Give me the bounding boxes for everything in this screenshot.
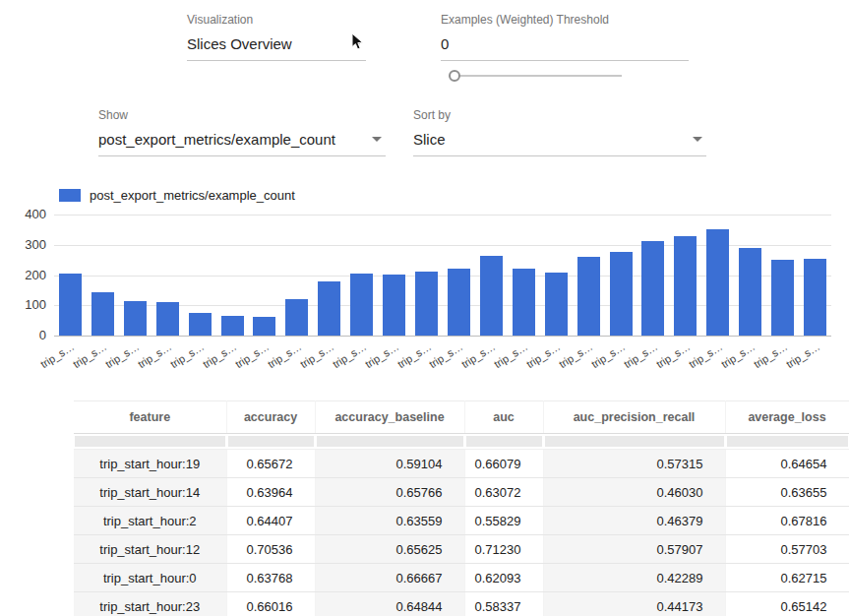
feature-cell: trip_start_hour:19 <box>74 450 226 478</box>
sort-by-label: Sort by <box>413 108 706 122</box>
gridline <box>54 336 831 337</box>
bar[interactable] <box>804 259 826 336</box>
column-header[interactable]: auc_precision_recall <box>543 401 725 434</box>
metric-cell: 0.65672 <box>226 450 315 478</box>
column-header[interactable]: feature <box>74 401 226 434</box>
feature-cell: trip_start_hour:14 <box>74 478 226 507</box>
threshold-input[interactable] <box>441 35 689 52</box>
slider-track[interactable] <box>454 75 622 77</box>
metric-cell: 0.46030 <box>543 478 725 507</box>
bar[interactable] <box>59 274 82 336</box>
filter-cell <box>74 434 226 450</box>
bar[interactable] <box>513 269 535 336</box>
bar[interactable] <box>771 260 794 336</box>
y-axis-label: 400 <box>7 207 46 221</box>
slider-thumb[interactable] <box>449 70 460 82</box>
table-row[interactable]: trip_start_hour:20.644070.635590.558290.… <box>74 507 849 535</box>
metric-cell: 0.57703 <box>725 535 849 564</box>
mouse-cursor <box>351 32 367 51</box>
bar[interactable] <box>641 241 664 336</box>
filter-box <box>75 436 225 447</box>
metric-cell: 0.71230 <box>464 535 543 564</box>
metric-cell: 0.63655 <box>725 478 849 507</box>
metric-cell: 0.42289 <box>543 564 725 592</box>
bar[interactable] <box>739 248 761 336</box>
bar[interactable] <box>124 301 147 336</box>
metric-cell: 0.63559 <box>315 507 464 535</box>
bar[interactable] <box>189 313 212 336</box>
filter-cell <box>543 434 725 450</box>
bar[interactable] <box>221 316 244 336</box>
visualization-dropdown[interactable]: Slices Overview <box>187 33 366 61</box>
bar[interactable] <box>350 274 373 336</box>
show-value: post_export_metrics/example_count <box>98 131 335 148</box>
metric-cell: 0.46379 <box>543 507 725 535</box>
table-row[interactable]: trip_start_hour:00.637680.666670.620930.… <box>74 564 849 592</box>
y-axis-label: 300 <box>7 237 46 252</box>
bar[interactable] <box>674 236 697 336</box>
bar[interactable] <box>318 281 340 336</box>
bar[interactable] <box>610 252 633 336</box>
show-dropdown[interactable]: post_export_metrics/example_count <box>98 129 386 156</box>
bar[interactable] <box>285 299 308 336</box>
metric-cell: 0.62715 <box>725 564 849 592</box>
bar[interactable] <box>91 292 114 336</box>
feature-cell: trip_start_hour:0 <box>74 564 226 592</box>
metric-cell: 0.62093 <box>464 564 543 592</box>
table-head: featureaccuracyaccuracy_baselineaucauc_p… <box>74 401 849 450</box>
filter-box <box>228 436 314 447</box>
metric-cell: 0.64844 <box>315 592 464 616</box>
feature-cell: trip_start_hour:23 <box>74 592 226 616</box>
filter-box <box>466 436 542 447</box>
metric-cell: 0.67816 <box>725 507 849 535</box>
visualization-value: Slices Overview <box>187 35 292 52</box>
y-axis-label: 100 <box>7 297 46 312</box>
column-header[interactable]: average_loss <box>725 401 849 434</box>
metrics-table: featureaccuracyaccuracy_baselineaucauc_p… <box>74 400 849 616</box>
column-header[interactable]: auc <box>464 401 543 434</box>
bar-chart-plot: 0100200300400trip_s…trip_s…trip_s…trip_s… <box>54 215 831 336</box>
table-row[interactable]: trip_start_hour:120.705360.656250.712300… <box>74 535 849 564</box>
metric-cell: 0.55829 <box>464 507 543 535</box>
metric-cell: 0.59104 <box>315 450 464 478</box>
metric-cell: 0.57907 <box>543 535 725 564</box>
column-header[interactable]: accuracy <box>226 401 315 434</box>
show-control: Show post_export_metrics/example_count <box>98 108 386 156</box>
bar[interactable] <box>545 273 568 336</box>
bar[interactable] <box>156 302 179 336</box>
bar[interactable] <box>253 317 275 336</box>
column-header[interactable]: accuracy_baseline <box>315 401 464 434</box>
metric-cell: 0.44173 <box>543 592 725 616</box>
bar[interactable] <box>577 257 600 336</box>
threshold-field <box>441 33 689 61</box>
legend-label: post_export_metrics/example_count <box>90 188 295 203</box>
bar[interactable] <box>383 275 405 336</box>
filter-cell <box>464 434 543 450</box>
table-row[interactable]: trip_start_hour:140.639640.657660.630720… <box>74 478 849 507</box>
chevron-down-icon <box>693 137 702 142</box>
threshold-slider[interactable] <box>448 69 622 83</box>
bar[interactable] <box>706 229 729 336</box>
sort-by-dropdown[interactable]: Slice <box>413 129 706 156</box>
bar[interactable] <box>415 272 438 336</box>
threshold-control: Examples (Weighted) Threshold <box>441 13 689 61</box>
legend-swatch <box>59 189 81 202</box>
bar[interactable] <box>448 269 470 336</box>
feature-cell: trip_start_hour:12 <box>74 535 226 564</box>
visualization-control: Visualization Slices Overview <box>187 13 366 61</box>
y-axis-label: 0 <box>7 328 46 342</box>
table-body: trip_start_hour:190.656720.591040.660790… <box>74 450 849 616</box>
metric-cell: 0.58337 <box>464 592 543 616</box>
filter-box <box>317 436 463 447</box>
table-row[interactable]: trip_start_hour:190.656720.591040.660790… <box>74 450 849 478</box>
bar[interactable] <box>480 256 503 336</box>
chart-legend: post_export_metrics/example_count <box>59 188 295 203</box>
filter-box <box>545 436 724 447</box>
visualization-label: Visualization <box>187 13 366 27</box>
metric-cell: 0.63072 <box>464 478 543 507</box>
filter-box <box>727 436 848 447</box>
metric-cell: 0.64407 <box>226 507 315 535</box>
feature-cell: trip_start_hour:2 <box>74 507 226 535</box>
metric-cell: 0.65766 <box>315 478 464 507</box>
table-row[interactable]: trip_start_hour:230.660160.648440.583370… <box>74 592 849 616</box>
